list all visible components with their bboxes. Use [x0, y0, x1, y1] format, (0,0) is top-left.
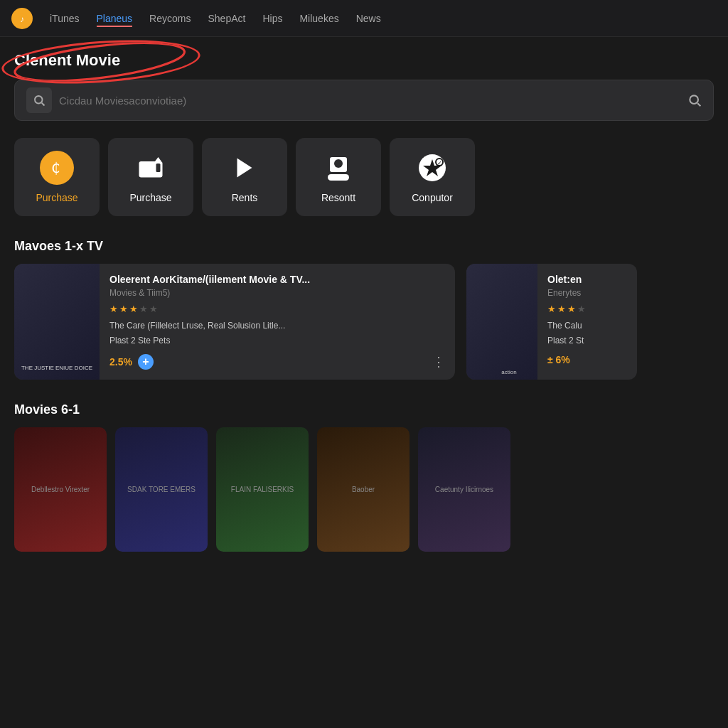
category-conputor[interactable]: ✓ Conputor: [390, 138, 475, 216]
movies-tv-label: Mavoes 1-x TV: [14, 239, 714, 254]
conputor-icon-wrapper: ✓: [415, 151, 449, 185]
movie-price-2: ± 6%: [547, 354, 627, 365]
page-title: Clenent Movie: [14, 51, 120, 70]
poster-2-label: SDAK TORE EMERS: [115, 427, 208, 552]
category-purchase-2-label: Purchase: [129, 192, 171, 203]
logo-icon: ♪: [16, 12, 28, 25]
search-icon: [33, 94, 46, 107]
movie-title-1: Oleerent AorKitame/(iilement Movie & TV.…: [109, 274, 445, 285]
svg-text:✓: ✓: [437, 160, 442, 166]
movie-desc-1: The Care (Fillelect Lruse, Real Solusion…: [109, 320, 445, 332]
movie-info-1: Oleerent AorKitame/(iilement Movie & TV.…: [100, 264, 455, 380]
play-icon: [232, 155, 257, 181]
movie-thumb-2: action: [466, 264, 537, 380]
categories-row: ₵ Purchase Purchase Rents: [14, 138, 714, 216]
movie-desc-2b: Plast 2 St: [547, 335, 627, 347]
svg-point-13: [334, 159, 343, 168]
camera-icon: [138, 155, 164, 181]
movies-tv-section: Mavoes 1-x TV THE JUSTIE ENIUE DOICE Ole…: [14, 239, 714, 380]
svg-text:₵: ₵: [51, 160, 60, 176]
svg-point-5: [690, 95, 698, 104]
section-header: Clenent Movie: [14, 51, 120, 70]
movie-footer-1: 2.5% + ⋮: [109, 354, 445, 370]
currency-icon: ₵: [48, 159, 66, 177]
nav-item-planeus[interactable]: Planeus: [97, 10, 133, 27]
nav-item-miluekes[interactable]: Miluekes: [299, 10, 338, 27]
movie-card-1[interactable]: THE JUSTIE ENIUE DOICE Oleerent AorKitam…: [14, 264, 455, 380]
price-add-button-1[interactable]: +: [138, 354, 154, 370]
movies-posters-row: Debllestro Virexter SDAK TORE EMERS FLAI…: [14, 427, 714, 552]
svg-line-4: [42, 103, 45, 106]
svg-text:♪: ♪: [20, 14, 24, 23]
category-resontt[interactable]: Resontt: [296, 138, 381, 216]
movie-poster-2-placeholder: action: [466, 264, 537, 380]
movie-price-1: 2.5% +: [109, 354, 154, 370]
search-input[interactable]: [59, 95, 680, 107]
movie-stars-2: ★ ★ ★ ★: [547, 304, 627, 314]
movies-6-label: Movies 6-1: [14, 402, 714, 417]
movie-info-2: Olet:en Enerytes ★ ★ ★ ★ The Calu Plast …: [537, 264, 637, 380]
navbar: ♪ iTunes Planeus Reycoms ShepAct Hips Mi…: [0, 0, 728, 37]
category-rents[interactable]: Rents: [202, 138, 287, 216]
movie-thumb-1: THE JUSTIE ENIUE DOICE: [14, 264, 100, 380]
main-content: Clenent Movie ₵ Purchase: [0, 37, 728, 552]
nav-item-itunes[interactable]: iTunes: [50, 10, 80, 27]
svg-point-3: [35, 96, 43, 104]
movie-poster-3[interactable]: FLAIN FALISERKIS: [216, 427, 309, 552]
movie-poster-1[interactable]: Debllestro Virexter: [14, 427, 107, 552]
nav-item-news[interactable]: News: [356, 10, 381, 27]
movies-6-section: Movies 6-1 Debllestro Virexter SDAK TORE…: [14, 402, 714, 552]
movie-poster-4[interactable]: Baober: [317, 427, 410, 552]
poster-3-label: FLAIN FALISERKIS: [216, 427, 309, 552]
category-purchase-1-label: Purchase: [36, 192, 77, 203]
poster-5-label: Caetunty Ilicirnoes: [418, 427, 510, 552]
movie-card-2[interactable]: action Olet:en Enerytes ★ ★ ★ ★ The Calu…: [466, 264, 637, 380]
search-right-icon[interactable]: [687, 93, 702, 107]
resontt-icon-wrapper: [321, 151, 355, 185]
movie-stars-1: ★ ★ ★ ★ ★: [109, 304, 445, 314]
svg-marker-9: [155, 157, 161, 161]
category-conputor-label: Conputor: [412, 192, 453, 203]
svg-marker-11: [237, 159, 252, 178]
category-purchase-1[interactable]: ₵ Purchase: [14, 138, 100, 216]
nav-item-hips[interactable]: Hips: [262, 10, 282, 27]
movie-poster-1-placeholder: THE JUSTIE ENIUE DOICE: [14, 264, 100, 380]
movie-poster-5[interactable]: Caetunty Ilicirnoes: [418, 427, 510, 552]
svg-rect-10: [156, 164, 161, 172]
nav-item-shepact[interactable]: ShepAct: [208, 10, 245, 27]
movie-genre-2: Enerytes: [547, 288, 627, 298]
movie-desc-1b: Plast 2 Ste Pets: [109, 335, 445, 347]
svg-rect-14: [328, 174, 349, 181]
svg-line-6: [697, 103, 700, 106]
more-options-1[interactable]: ⋮: [432, 354, 445, 370]
category-purchase-2[interactable]: Purchase: [108, 138, 193, 216]
search-bar: [14, 80, 714, 121]
nav-item-reycoms[interactable]: Reycoms: [149, 10, 191, 27]
movie-desc-2: The Calu: [547, 320, 627, 332]
movie-title-2: Olet:en: [547, 274, 627, 285]
purchase-1-icon: ₵: [40, 151, 74, 185]
star-circle-icon: ✓: [418, 154, 446, 182]
movie-poster-2[interactable]: SDAK TORE EMERS: [115, 427, 208, 552]
poster-1-label: Debllestro Virexter: [14, 427, 107, 552]
movie-list: THE JUSTIE ENIUE DOICE Oleerent AorKitam…: [14, 264, 714, 380]
app-logo[interactable]: ♪: [11, 8, 33, 29]
movie-genre-1: Movies & Tiim5): [109, 288, 445, 298]
person-icon: [326, 155, 351, 181]
poster-4-label: Baober: [317, 427, 410, 552]
purchase-2-icon-wrapper: [134, 151, 168, 185]
rents-icon-wrapper: [228, 151, 262, 185]
search-icon-box[interactable]: [26, 87, 52, 113]
category-rents-label: Rents: [232, 192, 258, 203]
category-resontt-label: Resontt: [321, 192, 355, 203]
